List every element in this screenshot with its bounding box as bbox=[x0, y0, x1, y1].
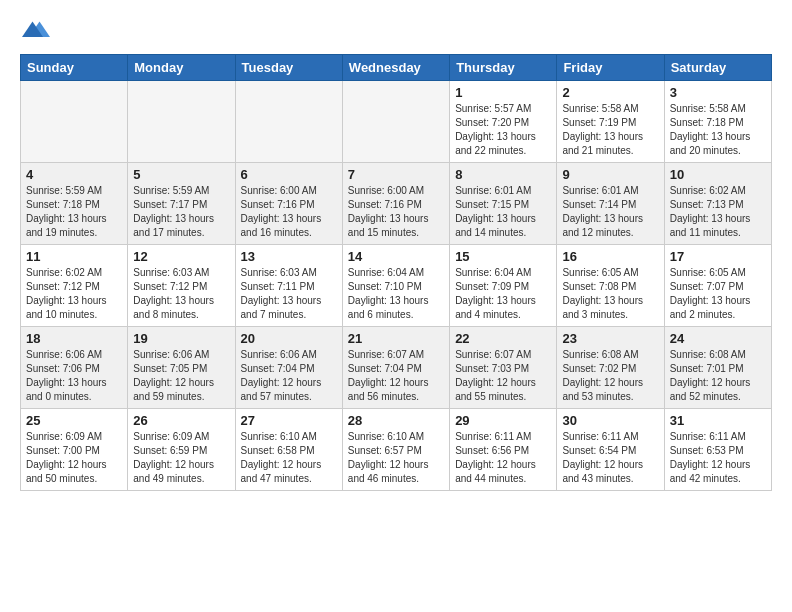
day-info: Sunrise: 6:04 AM Sunset: 7:09 PM Dayligh… bbox=[455, 266, 551, 322]
day-number: 25 bbox=[26, 413, 122, 428]
calendar-cell: 10Sunrise: 6:02 AM Sunset: 7:13 PM Dayli… bbox=[664, 163, 771, 245]
calendar-cell: 2Sunrise: 5:58 AM Sunset: 7:19 PM Daylig… bbox=[557, 81, 664, 163]
calendar-cell bbox=[235, 81, 342, 163]
calendar-cell: 22Sunrise: 6:07 AM Sunset: 7:03 PM Dayli… bbox=[450, 327, 557, 409]
day-number: 8 bbox=[455, 167, 551, 182]
logo-icon bbox=[22, 16, 50, 44]
day-number: 12 bbox=[133, 249, 229, 264]
calendar-cell: 18Sunrise: 6:06 AM Sunset: 7:06 PM Dayli… bbox=[21, 327, 128, 409]
calendar-cell: 29Sunrise: 6:11 AM Sunset: 6:56 PM Dayli… bbox=[450, 409, 557, 491]
calendar-cell: 3Sunrise: 5:58 AM Sunset: 7:18 PM Daylig… bbox=[664, 81, 771, 163]
day-number: 17 bbox=[670, 249, 766, 264]
calendar-cell: 26Sunrise: 6:09 AM Sunset: 6:59 PM Dayli… bbox=[128, 409, 235, 491]
day-number: 20 bbox=[241, 331, 337, 346]
weekday-header-monday: Monday bbox=[128, 55, 235, 81]
calendar-cell bbox=[21, 81, 128, 163]
day-number: 15 bbox=[455, 249, 551, 264]
day-info: Sunrise: 6:04 AM Sunset: 7:10 PM Dayligh… bbox=[348, 266, 444, 322]
calendar-cell: 13Sunrise: 6:03 AM Sunset: 7:11 PM Dayli… bbox=[235, 245, 342, 327]
calendar-cell bbox=[128, 81, 235, 163]
day-info: Sunrise: 5:58 AM Sunset: 7:18 PM Dayligh… bbox=[670, 102, 766, 158]
day-info: Sunrise: 6:00 AM Sunset: 7:16 PM Dayligh… bbox=[241, 184, 337, 240]
calendar-cell: 11Sunrise: 6:02 AM Sunset: 7:12 PM Dayli… bbox=[21, 245, 128, 327]
day-info: Sunrise: 6:02 AM Sunset: 7:13 PM Dayligh… bbox=[670, 184, 766, 240]
weekday-header-row: SundayMondayTuesdayWednesdayThursdayFrid… bbox=[21, 55, 772, 81]
day-info: Sunrise: 6:08 AM Sunset: 7:02 PM Dayligh… bbox=[562, 348, 658, 404]
weekday-header-tuesday: Tuesday bbox=[235, 55, 342, 81]
weekday-header-friday: Friday bbox=[557, 55, 664, 81]
day-info: Sunrise: 6:03 AM Sunset: 7:12 PM Dayligh… bbox=[133, 266, 229, 322]
day-info: Sunrise: 6:11 AM Sunset: 6:53 PM Dayligh… bbox=[670, 430, 766, 486]
day-info: Sunrise: 6:09 AM Sunset: 7:00 PM Dayligh… bbox=[26, 430, 122, 486]
calendar-cell: 25Sunrise: 6:09 AM Sunset: 7:00 PM Dayli… bbox=[21, 409, 128, 491]
day-number: 23 bbox=[562, 331, 658, 346]
day-number: 14 bbox=[348, 249, 444, 264]
logo bbox=[20, 16, 50, 44]
day-number: 30 bbox=[562, 413, 658, 428]
calendar-cell: 31Sunrise: 6:11 AM Sunset: 6:53 PM Dayli… bbox=[664, 409, 771, 491]
calendar-cell: 9Sunrise: 6:01 AM Sunset: 7:14 PM Daylig… bbox=[557, 163, 664, 245]
day-info: Sunrise: 6:07 AM Sunset: 7:04 PM Dayligh… bbox=[348, 348, 444, 404]
weekday-header-sunday: Sunday bbox=[21, 55, 128, 81]
day-number: 28 bbox=[348, 413, 444, 428]
day-number: 31 bbox=[670, 413, 766, 428]
calendar-cell: 15Sunrise: 6:04 AM Sunset: 7:09 PM Dayli… bbox=[450, 245, 557, 327]
day-info: Sunrise: 6:11 AM Sunset: 6:56 PM Dayligh… bbox=[455, 430, 551, 486]
day-number: 26 bbox=[133, 413, 229, 428]
calendar-cell: 28Sunrise: 6:10 AM Sunset: 6:57 PM Dayli… bbox=[342, 409, 449, 491]
calendar: SundayMondayTuesdayWednesdayThursdayFrid… bbox=[20, 54, 772, 491]
calendar-cell: 8Sunrise: 6:01 AM Sunset: 7:15 PM Daylig… bbox=[450, 163, 557, 245]
day-info: Sunrise: 5:59 AM Sunset: 7:18 PM Dayligh… bbox=[26, 184, 122, 240]
calendar-cell: 5Sunrise: 5:59 AM Sunset: 7:17 PM Daylig… bbox=[128, 163, 235, 245]
day-number: 27 bbox=[241, 413, 337, 428]
weekday-header-saturday: Saturday bbox=[664, 55, 771, 81]
day-number: 18 bbox=[26, 331, 122, 346]
day-info: Sunrise: 6:09 AM Sunset: 6:59 PM Dayligh… bbox=[133, 430, 229, 486]
calendar-cell bbox=[342, 81, 449, 163]
page: SundayMondayTuesdayWednesdayThursdayFrid… bbox=[0, 0, 792, 501]
day-info: Sunrise: 5:59 AM Sunset: 7:17 PM Dayligh… bbox=[133, 184, 229, 240]
day-info: Sunrise: 6:01 AM Sunset: 7:14 PM Dayligh… bbox=[562, 184, 658, 240]
calendar-cell: 23Sunrise: 6:08 AM Sunset: 7:02 PM Dayli… bbox=[557, 327, 664, 409]
calendar-cell: 17Sunrise: 6:05 AM Sunset: 7:07 PM Dayli… bbox=[664, 245, 771, 327]
calendar-cell: 7Sunrise: 6:00 AM Sunset: 7:16 PM Daylig… bbox=[342, 163, 449, 245]
day-number: 3 bbox=[670, 85, 766, 100]
week-row-3: 11Sunrise: 6:02 AM Sunset: 7:12 PM Dayli… bbox=[21, 245, 772, 327]
day-info: Sunrise: 6:00 AM Sunset: 7:16 PM Dayligh… bbox=[348, 184, 444, 240]
day-number: 21 bbox=[348, 331, 444, 346]
calendar-cell: 24Sunrise: 6:08 AM Sunset: 7:01 PM Dayli… bbox=[664, 327, 771, 409]
calendar-cell: 1Sunrise: 5:57 AM Sunset: 7:20 PM Daylig… bbox=[450, 81, 557, 163]
day-number: 16 bbox=[562, 249, 658, 264]
day-info: Sunrise: 6:06 AM Sunset: 7:04 PM Dayligh… bbox=[241, 348, 337, 404]
day-number: 9 bbox=[562, 167, 658, 182]
calendar-cell: 19Sunrise: 6:06 AM Sunset: 7:05 PM Dayli… bbox=[128, 327, 235, 409]
header bbox=[20, 16, 772, 44]
calendar-cell: 14Sunrise: 6:04 AM Sunset: 7:10 PM Dayli… bbox=[342, 245, 449, 327]
day-info: Sunrise: 5:58 AM Sunset: 7:19 PM Dayligh… bbox=[562, 102, 658, 158]
day-info: Sunrise: 6:06 AM Sunset: 7:06 PM Dayligh… bbox=[26, 348, 122, 404]
day-number: 5 bbox=[133, 167, 229, 182]
week-row-1: 1Sunrise: 5:57 AM Sunset: 7:20 PM Daylig… bbox=[21, 81, 772, 163]
day-number: 2 bbox=[562, 85, 658, 100]
day-number: 13 bbox=[241, 249, 337, 264]
day-info: Sunrise: 6:10 AM Sunset: 6:58 PM Dayligh… bbox=[241, 430, 337, 486]
day-number: 7 bbox=[348, 167, 444, 182]
day-number: 10 bbox=[670, 167, 766, 182]
calendar-cell: 30Sunrise: 6:11 AM Sunset: 6:54 PM Dayli… bbox=[557, 409, 664, 491]
calendar-cell: 16Sunrise: 6:05 AM Sunset: 7:08 PM Dayli… bbox=[557, 245, 664, 327]
day-info: Sunrise: 5:57 AM Sunset: 7:20 PM Dayligh… bbox=[455, 102, 551, 158]
day-number: 1 bbox=[455, 85, 551, 100]
day-info: Sunrise: 6:05 AM Sunset: 7:07 PM Dayligh… bbox=[670, 266, 766, 322]
day-info: Sunrise: 6:07 AM Sunset: 7:03 PM Dayligh… bbox=[455, 348, 551, 404]
day-number: 29 bbox=[455, 413, 551, 428]
day-number: 19 bbox=[133, 331, 229, 346]
calendar-cell: 27Sunrise: 6:10 AM Sunset: 6:58 PM Dayli… bbox=[235, 409, 342, 491]
calendar-cell: 4Sunrise: 5:59 AM Sunset: 7:18 PM Daylig… bbox=[21, 163, 128, 245]
day-number: 22 bbox=[455, 331, 551, 346]
day-number: 24 bbox=[670, 331, 766, 346]
weekday-header-thursday: Thursday bbox=[450, 55, 557, 81]
week-row-2: 4Sunrise: 5:59 AM Sunset: 7:18 PM Daylig… bbox=[21, 163, 772, 245]
calendar-cell: 12Sunrise: 6:03 AM Sunset: 7:12 PM Dayli… bbox=[128, 245, 235, 327]
day-info: Sunrise: 6:06 AM Sunset: 7:05 PM Dayligh… bbox=[133, 348, 229, 404]
calendar-cell: 20Sunrise: 6:06 AM Sunset: 7:04 PM Dayli… bbox=[235, 327, 342, 409]
